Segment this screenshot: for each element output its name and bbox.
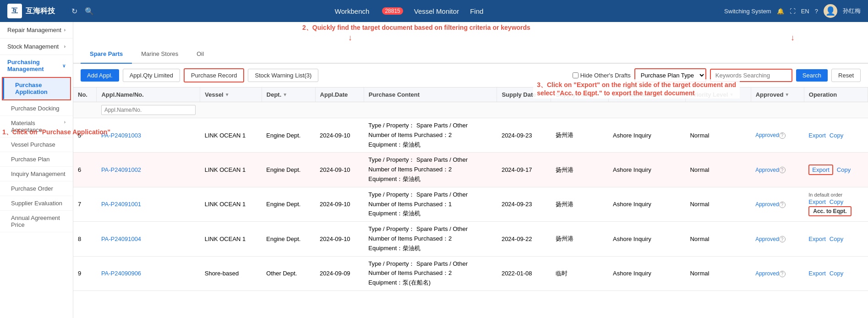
dept-sort-icon[interactable]: ▼ [283,92,287,97]
find-link[interactable]: Find [470,7,483,15]
tabs: Spare Parts Marine Stores Oil [73,45,868,64]
filter-appl-name[interactable] [97,102,200,118]
nav-right: Switching System 🔔 ⛶ EN ? 👤 孙红梅 [724,4,861,18]
refresh-icon[interactable]: ↻ [71,7,77,16]
hide-others-drafts-checkbox[interactable] [573,72,579,78]
sidebar-item-supplier-eval[interactable]: Supplier Evaluation [0,196,73,211]
annotation-arrow-2a: ↓ [348,33,352,43]
export-link-highlighted[interactable]: Export [808,164,833,175]
tab-marine-stores[interactable]: Marine Stores [132,45,187,64]
cell-no: 8 [73,222,97,256]
sidebar-item-inquiry-management[interactable]: Inquiry Management [0,167,73,181]
tab-oil[interactable]: Oil [187,45,213,64]
search-icon[interactable]: 🔍 [85,7,94,16]
workbench-link[interactable]: Workbench [335,7,370,15]
export-link[interactable]: Export [812,166,830,173]
export-link[interactable]: Export [808,198,826,205]
cell-purchase-content: Type / Property： Spare Parts / OtherNumb… [364,153,497,187]
cell-appl-no: PA-P24091001 [97,187,200,221]
filter-vessel [200,102,262,118]
tab-spare-parts[interactable]: Spare Parts [81,45,132,64]
cell-appl-date: 2024-09-10 [315,187,364,221]
copy-link[interactable]: Copy [837,166,851,173]
col-appl-name: Appl.Name/No. [97,88,200,102]
sidebar-item-purchase-application[interactable]: Purchase Application [3,78,70,99]
acc-to-eqpt-button[interactable]: Acc. to Eqpt. [808,206,851,216]
sidebar-purchase-docking-label: Purchase Docking [11,105,60,112]
cell-supply-date: 2022-01-08 [497,256,551,291]
cell-purchase-modes: Ashore Inquiry [608,222,685,256]
vessel-monitor-link[interactable]: Vessel Monitor [414,7,459,15]
cell-appl-date: 2024-09-09 [315,256,364,291]
nav-center: Workbench 28815 Vessel Monitor Find [103,7,715,15]
col-purchase-content: Purchase Content [364,88,497,102]
purchase-table: No. Appl.Name/No. Vessel ▼ Dept. ▼ Appl.… [73,88,868,291]
cell-supply-place: 扬州港 [551,187,608,221]
appl-qty-limited-button[interactable]: Appl.Qty Limited [123,69,180,82]
sidebar-item-purchase-order[interactable]: Purchase Order [0,181,73,196]
filter-appl-name-input[interactable] [101,105,196,115]
modes-sort-icon[interactable]: ▼ [662,92,666,97]
col-vessel: Vessel ▼ [200,88,262,102]
keywords-search-input[interactable] [710,69,792,82]
sidebar-item-repair[interactable]: Repair Management › [0,22,73,38]
hide-others-drafts-label[interactable]: Hide Other's Drafts [573,72,631,79]
approved-sort-icon[interactable]: ▼ [785,92,789,97]
approved-info-icon[interactable]: ? [779,167,786,173]
col-operation: Operation [804,88,868,102]
approved-info-icon[interactable]: ? [779,202,786,208]
purchase-record-button[interactable]: Purchase Record [184,68,244,82]
export-link[interactable]: Export [808,236,826,242]
cell-supply-date: 2024-09-23 [497,118,551,153]
copy-link[interactable]: Copy [830,198,843,205]
cell-vessel: LINK OCEAN 1 [200,118,262,153]
sidebar-item-purchasing[interactable]: Purchasing Management ∨ [0,55,73,76]
sidebar-purchasing-arrow: ∨ [62,63,66,68]
cell-appl-no: PA-P24091002 [97,153,200,187]
filter-supply-place [551,102,608,118]
filter-purchase-content [364,102,497,118]
approved-info-icon[interactable]: ? [779,271,786,277]
fullscreen-icon[interactable]: ⛶ [790,8,796,15]
approved-info-icon[interactable]: ? [779,132,786,139]
sidebar-item-stock[interactable]: Stock Management › [0,38,73,55]
export-link[interactable]: Export [808,270,826,277]
copy-link[interactable]: Copy [830,270,843,277]
switching-system[interactable]: Switching System [724,8,771,15]
vessel-sort-icon[interactable]: ▼ [225,92,229,97]
table-row: 9 PA-P24090906 Shore-based Other Dept. 2… [73,256,868,291]
cell-approved: Approved? [751,187,804,221]
sidebar-item-annual-agreement[interactable]: Annual Agreement Price [0,211,73,232]
purchase-plan-type-select[interactable]: Purchase Plan Type [634,68,706,82]
cell-operation: Export Copy [804,118,868,153]
reset-button[interactable]: Reset [831,69,861,82]
add-appl-button[interactable]: Add Appl. [81,69,119,82]
stock-warning-button[interactable]: Stock Warning List(3) [248,69,318,82]
sidebar-repair-arrow: › [64,27,66,33]
logo-text: 互海科技 [26,6,55,16]
filter-dept [262,102,315,118]
sidebar-vessel-purchase-label: Vessel Purchase [11,141,55,148]
search-button[interactable]: Search [796,69,828,82]
copy-link[interactable]: Copy [830,132,843,139]
main-content: 2、Quickly find the target document based… [73,22,868,318]
cell-approved: Approved? [751,222,804,256]
copy-link[interactable]: Copy [830,236,843,242]
help-icon[interactable]: ? [815,8,818,15]
sidebar-item-purchase-plan[interactable]: Purchase Plan [0,152,73,167]
cell-supply-date: 2024-09-22 [497,222,551,256]
cell-purchase-content: Type / Property： Spare Parts / OtherNumb… [364,187,497,221]
approved-info-icon[interactable]: ? [779,236,786,242]
sidebar-materials-label: Materials Acceptance [11,120,64,133]
cell-supply-date: 2024-09-17 [497,153,551,187]
sidebar-item-materials-acceptance[interactable]: Materials Acceptance › [0,116,73,137]
language-selector[interactable]: EN [801,8,809,15]
sidebar-item-purchase-docking[interactable]: Purchase Docking [0,101,73,116]
notification-icon[interactable]: 🔔 [777,8,784,15]
export-link[interactable]: Export [808,132,826,139]
sidebar-item-vessel-purchase[interactable]: Vessel Purchase [0,137,73,152]
avatar[interactable]: 👤 [824,4,837,18]
priority-sort-icon[interactable]: ▼ [729,92,734,97]
cell-operation: In default order Export Copy Acc. to Eqp… [804,187,868,221]
col-dept: Dept. ▼ [262,88,315,102]
